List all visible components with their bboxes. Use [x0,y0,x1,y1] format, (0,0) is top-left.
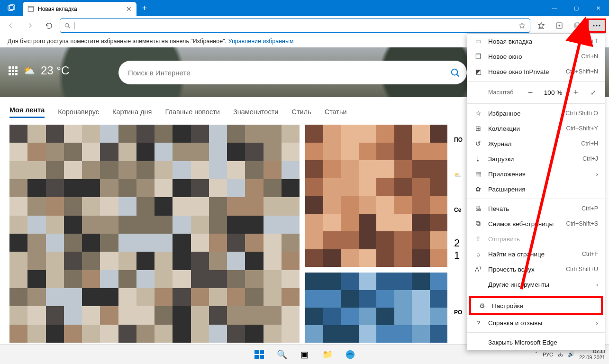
browser-tab[interactable]: Новая вкладка ✕ [23,2,136,16]
manage-favorites-link[interactable]: Управление избранным [228,38,294,45]
feed-card-small-2[interactable] [305,273,447,343]
taskbar-search-button[interactable]: 🔍 [273,346,291,364]
address-bar[interactable] [60,18,530,33]
tab-icon: ▭ [474,37,482,45]
window-titlebar: Новая вкладка ✕ + — ▢ ✕ [0,0,609,16]
window-minimize-button[interactable]: — [544,0,565,16]
favorites-button[interactable] [533,18,549,33]
menu-settings[interactable]: ⚙ Настройки [471,298,601,313]
menu-more-tools[interactable]: Другие инструменты › [467,277,605,292]
search-submit-icon[interactable] [450,67,460,78]
favorites-star-icon[interactable] [518,22,526,30]
menu-web-capture[interactable]: ⧉ Снимок веб-страницы Ctrl+Shift+S [467,216,605,231]
menu-downloads[interactable]: ⭳ Загрузки Ctrl+J [467,151,605,166]
capture-icon: ⧉ [474,220,482,228]
menu-new-window[interactable]: ❐ Новое окно Ctrl+N [467,49,605,64]
readaloud-icon: Aᵀ [474,265,482,273]
svg-point-11 [576,23,579,26]
weather-temperature[interactable]: 23 °C [41,64,69,77]
menu-new-tab[interactable]: ▭ Новая вкладка Ctrl+T [467,34,605,49]
tray-language[interactable]: РУС [543,352,553,357]
gear-icon: ⚙ [478,302,486,309]
menu-read-aloud[interactable]: Aᵀ Прочесть вслух Ctrl+Shift+U [467,262,605,277]
new-tab-button[interactable]: + [136,0,153,16]
feed-tab-celeb[interactable]: Знаменитости [233,108,279,116]
svg-rect-22 [260,355,264,359]
edge-taskbar-button[interactable] [341,346,359,364]
menu-find[interactable]: ⌕ Найти на странице Ctrl+F [467,246,605,262]
chevron-right-icon: › [596,281,599,288]
profile-button[interactable] [569,18,585,33]
menu-collections[interactable]: ⊞ Коллекции Ctrl+Shift+Y [467,121,605,136]
system-tray: ˄ РУС 🖧 🔊 15:33 22.09.2021 [535,348,605,360]
tray-volume-icon[interactable]: 🔊 [568,351,574,357]
refresh-button[interactable] [41,18,57,33]
feed-card-small[interactable] [305,125,447,267]
close-icon[interactable]: ✕ [126,5,132,13]
zoom-value: 100 % [541,89,565,96]
start-button[interactable] [250,346,268,364]
download-icon: ⭳ [474,155,482,163]
svg-line-16 [457,74,459,77]
menu-extensions[interactable]: ✿ Расширения [467,182,605,197]
apps-icon: ▦ [474,170,482,178]
favorites-hint-text: Для быстрого доступа поместите избранные… [8,38,228,45]
inprivate-icon: ◩ [474,68,482,75]
svg-rect-21 [255,355,259,359]
more-menu-button[interactable] [587,18,606,33]
tray-network-icon[interactable]: 🖧 [558,352,563,357]
print-icon: 🖶 [474,205,482,212]
zoom-out-button[interactable]: − [523,88,537,98]
help-icon: ? [474,319,482,327]
window-close-button[interactable]: ✕ [587,0,609,16]
svg-point-13 [596,25,597,26]
weather-icon[interactable]: ⛅ [23,65,35,76]
share-icon: ⇪ [474,235,482,243]
chevron-right-icon: › [596,171,599,178]
fullscreen-button[interactable]: ⤢ [587,89,600,96]
zoom-in-button[interactable]: + [569,88,583,98]
feed-card-large[interactable] [9,125,300,343]
collections-icon: ⊞ [474,125,482,132]
collections-button[interactable] [551,18,567,33]
feed-tab-my-feed[interactable]: Моя лента [9,106,45,118]
chevron-right-icon: › [596,319,599,327]
text-cursor [74,22,74,29]
window-maximize-button[interactable]: ▢ [565,0,587,16]
tray-clock[interactable]: 15:33 22.09.2021 [579,348,605,360]
feed-tab-coronavirus[interactable]: Коронавирус [58,108,99,116]
svg-rect-20 [260,350,264,354]
star-icon: ☆ [474,109,482,117]
tab-actions-button[interactable] [0,0,23,16]
svg-rect-2 [28,6,33,11]
search-icon [64,22,71,29]
menu-close-edge[interactable]: Закрыть Microsoft Edge [467,335,605,350]
menu-share: ⇪ Отправить [467,231,605,246]
feed-tab-picture[interactable]: Картина дня [112,108,152,116]
menu-apps[interactable]: ▦ Приложения › [467,166,605,182]
task-view-button[interactable]: ▣ [296,346,314,364]
svg-point-15 [452,69,458,75]
ntp-search-box[interactable]: Поиск в Интернете [118,61,467,84]
menu-new-inprivate[interactable]: ◩ Новое окно InPrivate Ctrl+Shift+N [467,64,605,79]
menu-favorites[interactable]: ☆ Избранное Ctrl+Shift+O [467,106,605,121]
feed-tab-articles[interactable]: Статьи [325,108,347,116]
tab-title: Новая вкладка [38,6,77,12]
puzzle-icon: ✿ [474,185,482,193]
app-launcher-button[interactable] [9,66,18,75]
svg-line-5 [68,27,70,28]
main-menu: ▭ Новая вкладка Ctrl+T ❐ Новое окно Ctrl… [467,33,605,350]
forward-button[interactable] [22,18,38,33]
feed-tab-top-news[interactable]: Главные новости [165,108,219,116]
tray-chevron-icon[interactable]: ˄ [535,351,538,357]
menu-history[interactable]: ↺ Журнал Ctrl+H [467,136,605,151]
feed-tab-style[interactable]: Стиль [291,108,311,116]
file-explorer-button[interactable]: 📁 [318,346,336,364]
menu-zoom-row: Масштаб − 100 % + ⤢ [467,83,605,101]
menu-print[interactable]: 🖶 Печать Ctrl+P [467,201,605,216]
svg-point-14 [599,25,600,26]
find-icon: ⌕ [474,251,482,258]
menu-help[interactable]: ? Справка и отзывы › [467,315,605,330]
back-button[interactable] [3,18,19,33]
svg-point-12 [593,25,594,26]
